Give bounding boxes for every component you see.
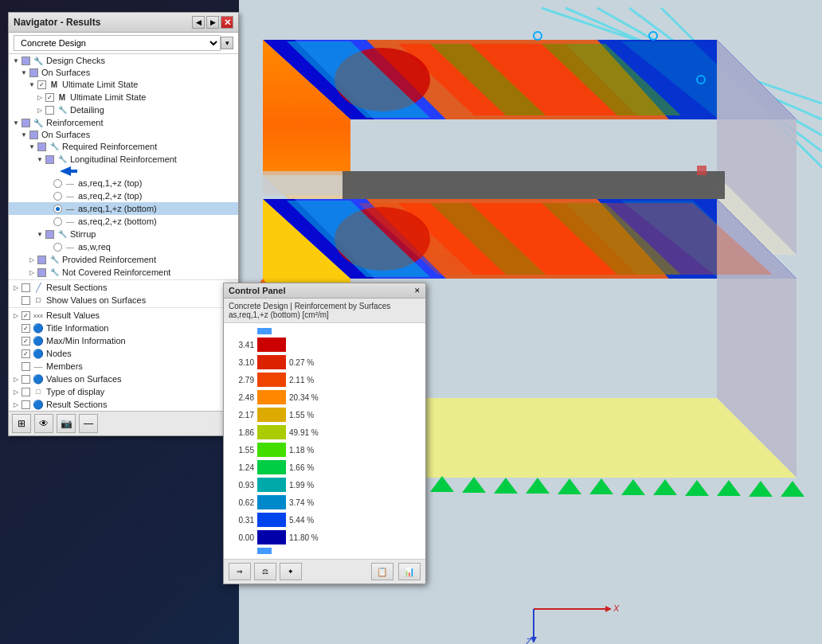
radio-as-req-2-top[interactable] bbox=[53, 192, 62, 201]
checkbox-members[interactable] bbox=[22, 362, 30, 371]
checkbox-type-display[interactable] bbox=[22, 388, 30, 396]
tree-item-values-on-surf[interactable]: ▷ 🔵 Values on Surfaces bbox=[9, 373, 238, 385]
tree-item-members[interactable]: — Members bbox=[9, 360, 238, 373]
scale-bar-9 bbox=[257, 495, 286, 509]
tree-item-stirrup[interactable]: ▼ 🔧 Stirrup bbox=[9, 228, 238, 240]
checkbox-result-values[interactable] bbox=[22, 311, 30, 320]
svg-marker-73 bbox=[60, 166, 77, 176]
checkbox-stirrup[interactable] bbox=[45, 230, 54, 239]
line-icon-4: — bbox=[65, 216, 76, 227]
checkbox-ultimate-1[interactable] bbox=[37, 80, 46, 89]
cp-chart-btn[interactable]: 📊 bbox=[398, 563, 421, 580]
tree-item-provided-reinf[interactable]: ▷ 🔧 Provided Reinforcement bbox=[9, 253, 238, 266]
radio-as-sw-req[interactable] bbox=[53, 243, 62, 252]
line-icon-5: — bbox=[65, 241, 76, 252]
expand-icon: ▼ bbox=[36, 230, 44, 238]
design-dropdown-row: Concrete Design Steel Design ▾ bbox=[9, 33, 238, 54]
checkbox-result-sections[interactable] bbox=[22, 283, 30, 292]
tree-item-design-checks[interactable]: ▼ 🔧 Design Checks bbox=[9, 54, 238, 67]
nav-prev-btn[interactable]: ◀ bbox=[192, 16, 205, 29]
tree-item-title-info[interactable]: 🔵 Title Information bbox=[9, 322, 238, 334]
checkbox-show-values[interactable] bbox=[22, 296, 30, 305]
cp-footer-btn-1[interactable]: ⇒ bbox=[229, 563, 251, 580]
tree-item-on-surfaces-2[interactable]: ▼ On Surfaces bbox=[9, 129, 238, 140]
tree-item-type-display[interactable]: ▷ □ Type of display bbox=[9, 385, 238, 398]
top-scale-indicator bbox=[257, 328, 272, 334]
scale-bar-11 bbox=[257, 530, 286, 544]
tree-item-detailing[interactable]: ▷ 🔧 Detailing bbox=[9, 103, 238, 116]
cp-footer-btn-3[interactable]: ✦ bbox=[280, 563, 302, 580]
checkbox-on-surfaces-1[interactable] bbox=[29, 68, 38, 77]
checkbox-longitudinal[interactable] bbox=[45, 155, 54, 164]
as-req-2-bottom-label: as,req,2,+z (bottom) bbox=[78, 217, 157, 226]
expand-icon: ▼ bbox=[12, 57, 20, 64]
nav-next-btn[interactable]: ▶ bbox=[206, 16, 219, 29]
checkbox-result-sections-2[interactable] bbox=[22, 400, 30, 409]
tree-item-show-values[interactable]: □ Show Values on Surfaces bbox=[9, 294, 238, 306]
toolbar-btn-line[interactable]: — bbox=[79, 414, 98, 433]
scale-bar-7 bbox=[257, 460, 286, 474]
checkbox-on-surfaces-2[interactable] bbox=[29, 131, 38, 139]
checkbox-required-reinf[interactable] bbox=[37, 142, 46, 151]
checkbox-maxmin-info[interactable] bbox=[22, 337, 30, 345]
tree-item-nodes[interactable]: 🔵 Nodes bbox=[9, 347, 238, 360]
tree-item-not-covered-reinf[interactable]: ▷ 🔧 Not Covered Reinforcement bbox=[9, 266, 238, 279]
toolbar-btn-eye[interactable]: 👁 bbox=[34, 414, 53, 433]
radio-as-req-1-bottom[interactable] bbox=[53, 205, 62, 213]
tree-item-as-req-1-top[interactable]: — as,req,1,+z (top) bbox=[9, 177, 238, 189]
scale-row-11: 0.00 11.80 % bbox=[229, 529, 356, 546]
scale-pct-10: 5.44 % bbox=[289, 516, 314, 525]
checkbox-not-covered-reinf[interactable] bbox=[37, 268, 46, 277]
tree-item-as-sw-req[interactable]: — as,w,req bbox=[9, 240, 238, 253]
checkbox-reinforcement[interactable] bbox=[22, 119, 30, 127]
show-values-icon: □ bbox=[33, 295, 44, 306]
tree-item-required-reinf[interactable]: ▼ 🔧 Required Reinforcement bbox=[9, 140, 238, 153]
scale-row-5: 1.86 49.91 % bbox=[229, 423, 356, 441]
scale-row-4: 2.17 1.55 % bbox=[229, 406, 356, 423]
scale-row-6: 1.55 1.18 % bbox=[229, 441, 356, 459]
tree-item-as-req-2-bottom[interactable]: — as,req,2,+z (bottom) bbox=[9, 215, 238, 228]
scale-pct-11: 11.80 % bbox=[289, 533, 319, 542]
tree-item-ultimate-2[interactable]: ▷ M Ultimate Limit State bbox=[9, 91, 238, 103]
tree-item-as-req-2-top[interactable]: — as,req,2,+z (top) bbox=[9, 189, 238, 202]
tree-item-result-values[interactable]: ▷ xxx Result Values bbox=[9, 309, 238, 322]
checkbox-provided-reinf[interactable] bbox=[37, 256, 46, 264]
tree-item-ultimate-1[interactable]: ▼ M Ultimate Limit State bbox=[9, 78, 238, 91]
checkbox-design-checks[interactable] bbox=[22, 57, 30, 65]
control-panel: Control Panel ✕ Concrete Design | Reinfo… bbox=[223, 283, 426, 584]
tree-item-reinforcement[interactable]: ▼ 🔧 Reinforcement bbox=[9, 116, 238, 129]
expand-icon: ▼ bbox=[28, 80, 36, 88]
toolbar-btn-camera[interactable]: 📷 bbox=[57, 414, 76, 433]
expand-icon: ▷ bbox=[28, 268, 36, 276]
navigator-panel: Navigator - Results ◀ ▶ ✕ Concrete Desig… bbox=[8, 12, 239, 436]
dropdown-arrow-btn[interactable]: ▾ bbox=[221, 37, 233, 49]
checkbox-ultimate-2[interactable] bbox=[45, 93, 54, 102]
tree-item-on-surfaces-1[interactable]: ▼ On Surfaces bbox=[9, 67, 238, 78]
toolbar-btn-grid[interactable]: ⊞ bbox=[12, 414, 31, 433]
tree-item-longitudinal[interactable]: ▼ 🔧 Longitudinal Reinforcement bbox=[9, 153, 238, 166]
scale-row-7: 1.24 1.66 % bbox=[229, 459, 356, 476]
cp-save-btn[interactable]: 📋 bbox=[371, 563, 393, 580]
tree-item-result-sections-2[interactable]: ▷ 🔵 Result Sections bbox=[9, 398, 238, 411]
tree-item-result-sections[interactable]: ▷ ╱ Result Sections bbox=[9, 281, 238, 294]
design-dropdown[interactable]: Concrete Design Steel Design bbox=[14, 35, 221, 51]
bottom-scale-indicator bbox=[257, 548, 272, 554]
cp-close-btn[interactable]: ✕ bbox=[414, 287, 421, 295]
ultimate-icon-2: M bbox=[57, 92, 68, 103]
line-icon-3: — bbox=[65, 203, 76, 214]
svg-rect-72 bbox=[697, 166, 707, 175]
radio-as-req-2-bottom[interactable] bbox=[53, 217, 62, 226]
checkbox-detailing[interactable] bbox=[45, 106, 54, 115]
checkbox-nodes[interactable] bbox=[22, 349, 30, 358]
checkbox-values-on-surf[interactable] bbox=[22, 375, 30, 384]
cp-footer-btn-2[interactable]: ⚖ bbox=[254, 563, 276, 580]
tree-item-as-req-1-bottom[interactable]: — as,req,1,+z (bottom) bbox=[9, 202, 238, 215]
cp-header-line1: Concrete Design | Reinforcement by Surfa… bbox=[229, 302, 421, 310]
checkbox-title-info[interactable] bbox=[22, 324, 30, 333]
tree-item-maxmin-info[interactable]: 🔵 Max/Min Information bbox=[9, 334, 238, 347]
nodes-label: Nodes bbox=[46, 349, 72, 358]
radio-as-req-1-top[interactable] bbox=[53, 179, 62, 188]
nav-close-btn[interactable]: ✕ bbox=[221, 16, 233, 29]
scale-pct-2: 2.11 % bbox=[289, 376, 314, 384]
expand-icon: ▼ bbox=[36, 155, 44, 163]
